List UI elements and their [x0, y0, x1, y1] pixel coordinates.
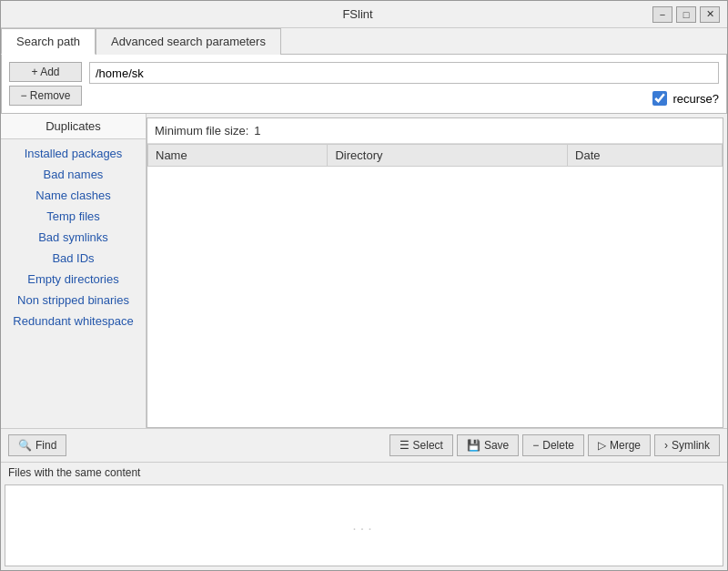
left-section: Duplicates Installed packages Bad names … — [1, 114, 147, 428]
right-panel: Minimum file size: Name Directory Date — [147, 117, 723, 428]
symlink-button[interactable]: › Symlink — [654, 434, 720, 456]
tab-advanced[interactable]: Advanced search parameters — [96, 28, 281, 55]
results-table-element: Name Directory Date — [147, 144, 723, 167]
merge-icon: ▷ — [598, 439, 606, 452]
symlink-icon: › — [664, 439, 668, 452]
recurse-row: recurse? — [89, 91, 719, 106]
results-table: Name Directory Date — [147, 144, 723, 427]
sidebar-list: Installed packages Bad names Name clashe… — [1, 139, 147, 428]
search-path-content: recurse? — [89, 62, 719, 106]
save-icon: 💾 — [467, 439, 480, 452]
window-controls: − □ ✕ — [652, 6, 720, 23]
sidebar-header: Duplicates — [1, 114, 147, 139]
main-window: FSlint − □ ✕ Search path Advanced search… — [0, 0, 728, 571]
select-button[interactable]: ☰ Select — [389, 434, 453, 456]
sidebar-item-installed-packages[interactable]: Installed packages — [1, 143, 146, 164]
save-button[interactable]: 💾 Save — [457, 434, 519, 456]
col-name: Name — [148, 145, 328, 167]
sidebar-item-bad-names[interactable]: Bad names — [1, 164, 146, 185]
sidebar-item-non-stripped-binaries[interactable]: Non stripped binaries — [1, 290, 146, 311]
status-text: Files with the same content — [8, 466, 140, 479]
title-bar: FSlint − □ ✕ — [1, 1, 727, 28]
tab-search-path[interactable]: Search path — [1, 28, 96, 55]
search-path-panel: + Add − Remove recurse? — [1, 55, 727, 114]
bottom-results-dots: ... — [352, 517, 375, 534]
select-icon: ☰ — [399, 439, 410, 452]
tabs-row: Search path Advanced search parameters — [1, 28, 727, 55]
delete-button[interactable]: − Delete — [522, 434, 584, 456]
path-input[interactable] — [89, 62, 719, 84]
min-file-size-label: Minimum file size: — [155, 124, 248, 138]
sidebar-active-label: Duplicates — [46, 119, 101, 133]
min-file-size-input[interactable] — [254, 124, 290, 138]
bottom-toolbar: 🔍 Find ☰ Select 💾 Save − Delete ▷ Merge … — [1, 428, 727, 462]
remove-button[interactable]: − Remove — [9, 86, 82, 106]
recurse-checkbox[interactable] — [652, 91, 667, 106]
sidebar-item-empty-directories[interactable]: Empty directories — [1, 269, 146, 290]
maximize-button[interactable]: □ — [676, 6, 696, 23]
search-path-buttons: + Add − Remove — [9, 62, 82, 106]
merge-button[interactable]: ▷ Merge — [588, 434, 651, 456]
min-file-size-row: Minimum file size: — [147, 118, 723, 144]
sidebar-item-temp-files[interactable]: Temp files — [1, 206, 146, 227]
window-title: FSlint — [63, 7, 652, 21]
table-header-row: Name Directory Date — [148, 145, 723, 167]
bottom-results: ... — [5, 484, 723, 566]
find-icon: 🔍 — [18, 439, 32, 452]
sidebar-item-name-clashes[interactable]: Name clashes — [1, 185, 146, 206]
delete-icon: − — [532, 439, 539, 452]
recurse-label: recurse? — [672, 92, 719, 106]
col-directory: Directory — [328, 145, 568, 167]
sidebar-item-bad-ids[interactable]: Bad IDs — [1, 248, 146, 269]
add-button[interactable]: + Add — [9, 62, 82, 82]
col-date: Date — [568, 145, 723, 167]
minimize-button[interactable]: − — [652, 6, 672, 23]
close-button[interactable]: ✕ — [700, 6, 720, 23]
sidebar-item-redundant-whitespace[interactable]: Redundant whitespace — [1, 311, 146, 331]
main-content: Duplicates Installed packages Bad names … — [1, 114, 727, 428]
find-button[interactable]: 🔍 Find — [8, 434, 66, 456]
sidebar-item-bad-symlinks[interactable]: Bad symlinks — [1, 227, 146, 248]
status-bar: Files with the same content — [1, 462, 727, 483]
